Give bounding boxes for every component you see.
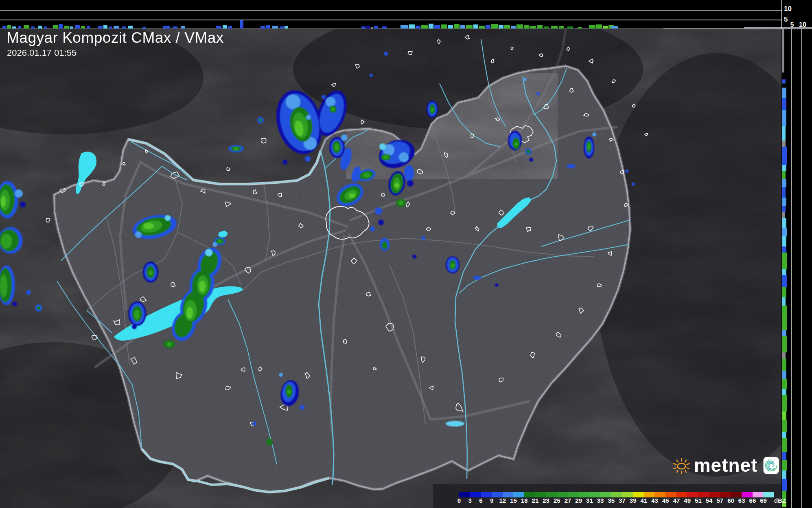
right-profile-block <box>782 206 786 212</box>
right-profile-block <box>782 420 787 432</box>
top-profile-block <box>537 25 543 29</box>
top-profile-block <box>216 26 221 29</box>
top-profile-block <box>416 26 420 29</box>
radar-map: .pB0{fill:#0f0fa8}.pB1{fill:#2451df}.pB2… <box>0 29 781 508</box>
top-profile-block <box>511 26 516 29</box>
right-profile-block <box>782 165 786 171</box>
top-profile-block <box>371 27 373 29</box>
top-profile-block <box>596 24 602 29</box>
top-axis-label-10: 10 <box>784 5 792 12</box>
vmax-right-profile-panel <box>781 29 812 508</box>
top-profile-block <box>361 26 366 29</box>
top-profile-block <box>240 20 243 29</box>
scale-label: 29 <box>575 497 582 504</box>
top-profile-block <box>114 26 119 29</box>
top-profile-block <box>163 26 170 29</box>
top-profile-block <box>454 24 460 29</box>
top-profile-block <box>611 26 618 29</box>
right-profile-block <box>782 452 786 460</box>
top-profile-block <box>260 26 265 29</box>
top-profile-block <box>551 26 558 29</box>
top-profile-block <box>228 26 232 29</box>
right-profile-block <box>782 275 787 287</box>
scale-label: 33 <box>597 497 604 504</box>
right-profile-block <box>782 88 786 98</box>
top-profile-block <box>479 26 485 29</box>
profile-baseline-gray <box>663 28 745 29</box>
top-profile-block <box>486 25 490 29</box>
top-profile-block <box>401 25 408 29</box>
top-profile-block <box>589 25 595 29</box>
right-profile-block <box>782 171 786 179</box>
scale-label: 12 <box>499 497 506 504</box>
top-profile-block <box>460 25 465 29</box>
right-profile-block <box>782 395 787 411</box>
right-profile-block <box>782 411 786 420</box>
top-profile-block <box>18 26 21 29</box>
scale-label: 54 <box>706 497 713 504</box>
top-profile-block <box>285 26 288 29</box>
profile-baseline-bright <box>744 27 781 29</box>
scale-label: 63 <box>738 497 745 504</box>
top-profile-block <box>448 25 453 29</box>
scale-label: 45 <box>662 497 669 504</box>
top-profile-block <box>53 25 58 29</box>
right-profile-block <box>782 126 786 141</box>
right-profile-block <box>782 187 786 198</box>
vmax-top-profile <box>0 0 781 29</box>
top-profile-block <box>12 26 16 29</box>
top-profile-block <box>122 26 126 29</box>
right-profile-block <box>782 306 787 330</box>
top-profile-block <box>466 25 473 29</box>
top-profile-block <box>98 26 103 29</box>
top-profile-block <box>2 26 7 29</box>
right-profile-block <box>782 460 787 471</box>
scale-label: 3 <box>468 497 472 504</box>
scale-label: 0 <box>457 497 461 504</box>
top-profile-block <box>59 24 63 29</box>
scale-unit-label: dBZ <box>774 497 786 504</box>
vmax-top-profile-panel <box>0 0 781 29</box>
scale-label: 21 <box>532 497 539 504</box>
scale-label: 15 <box>510 497 517 504</box>
metnet-logo: metnet <box>672 447 780 483</box>
top-profile-block <box>382 26 387 29</box>
right-profile-block <box>782 438 787 452</box>
right-profile-block <box>782 352 786 358</box>
dbz-color-scale: 0369121518212325272931333537394143454749… <box>433 484 781 508</box>
top-profile-block <box>272 26 278 29</box>
radar-screenshot: { "header": { "title": "Magyar Kompozit … <box>0 0 812 508</box>
scale-swatches <box>459 492 774 497</box>
right-profile-block <box>782 269 786 275</box>
top-profile-block <box>530 26 536 29</box>
top-profile-block <box>491 24 498 29</box>
top-profile-block <box>142 27 146 29</box>
right-profile-block <box>782 29 784 73</box>
top-profile-block <box>266 25 270 29</box>
right-profile-block <box>782 358 786 371</box>
top-profile-block <box>504 25 510 29</box>
top-profile-block <box>7 25 11 29</box>
scale-label: 37 <box>619 497 626 504</box>
top-profile-block <box>173 26 177 29</box>
top-profile-block <box>559 26 564 29</box>
right-profile-block <box>782 147 787 165</box>
top-profile-block <box>280 26 284 29</box>
scale-label: 25 <box>554 497 560 504</box>
right-profile-block <box>782 432 786 438</box>
metnet-logo-text: metnet <box>694 454 758 476</box>
scale-label: 57 <box>716 497 723 504</box>
scale-label: 43 <box>651 497 658 504</box>
top-profile-block <box>38 26 42 29</box>
right-profile-block <box>782 287 786 297</box>
echo-small-mid-west <box>143 262 158 283</box>
right-profile-block <box>782 79 786 84</box>
top-profile-block <box>366 26 370 29</box>
scale-label: 49 <box>684 497 691 504</box>
top-profile-block <box>128 26 133 29</box>
top-profile-block <box>499 25 503 29</box>
top-profile-block <box>578 27 582 29</box>
right-profile-block <box>782 110 786 126</box>
scale-label: 35 <box>608 497 615 504</box>
right-profile-block <box>782 330 786 336</box>
